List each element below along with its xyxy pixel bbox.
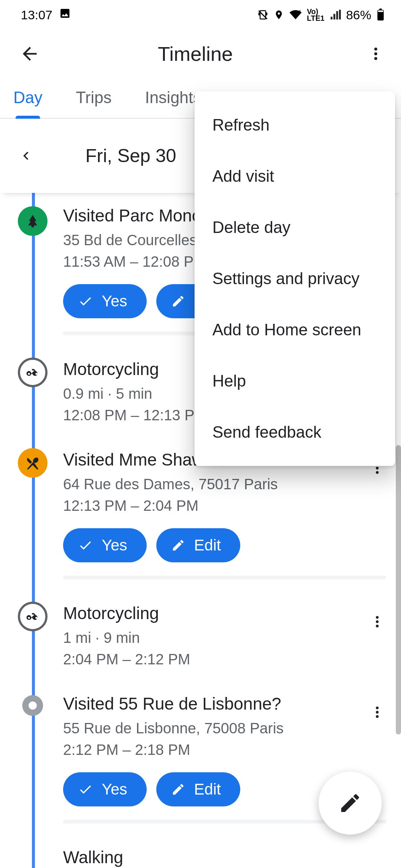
location-icon (274, 10, 284, 20)
menu-add-visit[interactable]: Add visit (195, 151, 395, 202)
app-bar: Timeline (0, 30, 401, 78)
entry-time: 2:04 PM – 2:12 PM (63, 648, 386, 670)
yes-button[interactable]: Yes (63, 284, 147, 318)
menu-settings-privacy[interactable]: Settings and privacy (195, 253, 395, 304)
entry-address: 55 Rue de Lisbonne, 75008 Paris (63, 717, 386, 739)
edit-button[interactable]: Edit (156, 772, 240, 806)
restaurant-icon (18, 448, 48, 478)
entry-title: Visited 55 Rue de Lisbonne? (63, 694, 386, 714)
svg-point-11 (376, 616, 378, 619)
wifi-icon: 6 (289, 9, 302, 20)
svg-point-10 (376, 471, 378, 474)
entry-title: Walking (63, 847, 386, 867)
entry-title: Motorcycling (63, 603, 386, 623)
edit-label: Edit (194, 536, 221, 554)
edit-label: Edit (194, 780, 221, 798)
entry-time: 12:13 PM – 2:04 PM (63, 495, 386, 516)
timeline-entry[interactable]: Motorcycling 1 mi · 9 min 2:04 PM – 2:12… (0, 591, 401, 681)
svg-point-5 (374, 47, 377, 50)
menu-add-homescreen[interactable]: Add to Home screen (195, 304, 395, 355)
place-dot-icon (22, 695, 43, 716)
yes-label: Yes (102, 292, 127, 310)
yes-label: Yes (102, 536, 127, 554)
svg-rect-4 (378, 10, 383, 12)
entry-separator (63, 576, 386, 579)
svg-point-13 (376, 625, 378, 627)
lte-icon: Vo)LTE1 (307, 8, 325, 22)
prev-day-button[interactable] (11, 141, 41, 171)
entry-distance: 1 mi · 9 min (63, 627, 386, 648)
entry-time: 2:12 PM – 2:18 PM (63, 739, 386, 760)
svg-point-15 (376, 711, 378, 713)
menu-refresh[interactable]: Refresh (195, 99, 395, 151)
menu-send-feedback[interactable]: Send feedback (195, 407, 395, 458)
svg-point-6 (374, 52, 377, 55)
svg-rect-3 (379, 9, 382, 10)
entry-more-button[interactable] (370, 614, 385, 631)
svg-point-14 (376, 707, 378, 709)
fab-edit-button[interactable] (319, 772, 382, 835)
yes-label: Yes (102, 780, 127, 798)
battery-percent: 86% (346, 8, 371, 22)
image-icon (59, 7, 71, 22)
battery-icon (376, 9, 385, 21)
signal-icon (330, 9, 341, 20)
menu-help[interactable]: Help (195, 355, 395, 407)
status-bar: 13:07 6 Vo)LTE1 86% (0, 0, 401, 30)
more-options-button[interactable] (361, 39, 391, 69)
svg-point-7 (374, 57, 377, 60)
svg-point-16 (376, 715, 378, 718)
svg-text:6: 6 (299, 10, 301, 14)
entry-more-button[interactable] (370, 705, 385, 721)
tab-trips[interactable]: Trips (76, 88, 111, 118)
page-title: Timeline (30, 42, 361, 65)
edit-button[interactable]: Edit (156, 528, 240, 562)
menu-delete-day[interactable]: Delete day (195, 202, 395, 253)
tab-insights[interactable]: Insights (145, 88, 201, 118)
tab-day[interactable]: Day (13, 88, 42, 118)
entry-address: 64 Rue des Dames, 75017 Paris (63, 473, 386, 495)
motorcycle-icon (18, 602, 48, 631)
yes-button[interactable]: Yes (63, 772, 147, 806)
overflow-menu: Refresh Add visit Delete day Settings an… (195, 91, 395, 466)
svg-point-12 (376, 620, 378, 623)
motorcycle-icon (18, 358, 48, 387)
yes-button[interactable]: Yes (63, 528, 147, 562)
vibrate-off-icon (257, 9, 268, 20)
timeline-entry[interactable]: Walking (0, 835, 401, 867)
scrollbar[interactable] (396, 445, 401, 734)
svg-point-9 (376, 467, 378, 469)
park-icon (18, 206, 48, 236)
status-time: 13:07 (21, 8, 52, 22)
